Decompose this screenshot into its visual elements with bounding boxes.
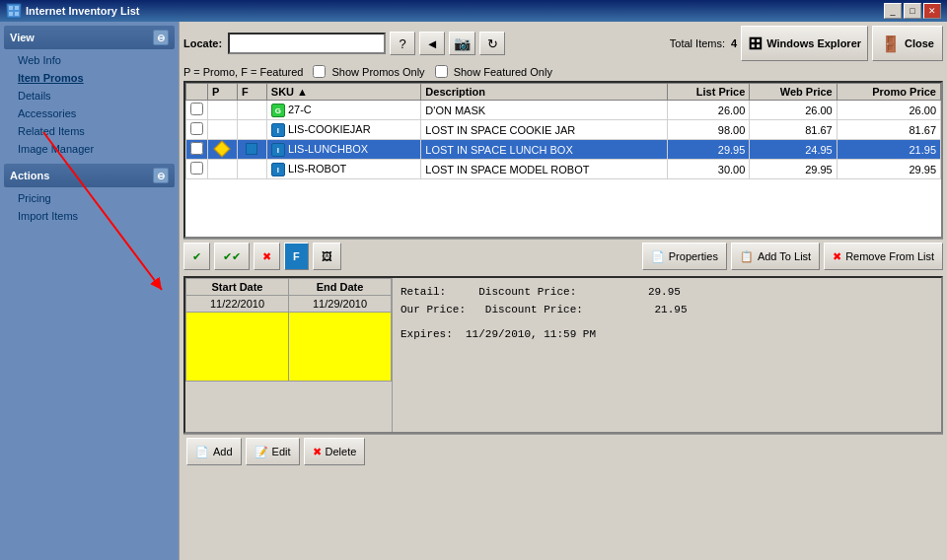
properties-button[interactable]: 📄 Properties [642, 243, 727, 270]
show-featured-label[interactable]: Show Featured Only [435, 65, 552, 78]
edit-button[interactable]: 📝 Edit [246, 438, 300, 465]
col-sku[interactable]: SKU ▲ [266, 84, 421, 101]
remove-from-list-button[interactable]: ✖ Remove From List [824, 243, 943, 270]
add-icon: 📄 [195, 446, 209, 458]
cell-description: D'ON MASK [421, 101, 668, 120]
yellow-cell-right [289, 313, 392, 382]
cell-sku: I LIS-COOKIEJAR [266, 120, 421, 140]
table-header-row: P F SKU ▲ Description List Price Web Pri… [186, 84, 941, 101]
row-checkbox[interactable] [190, 103, 203, 115]
start-date-header: Start Date [186, 279, 289, 296]
show-promos-checkbox[interactable] [313, 65, 326, 78]
refresh-button[interactable]: ↻ [479, 32, 505, 55]
delete-button[interactable]: ✖ Delete [304, 438, 366, 465]
inventory-table: P F SKU ▲ Description List Price Web Pri… [185, 83, 941, 179]
camera-button[interactable]: 📷 [449, 32, 475, 55]
yellow-row [186, 313, 392, 382]
col-f[interactable]: F [237, 84, 266, 101]
promo-note: P = Promo, F = Featured [183, 66, 303, 78]
cell-sku: I LIS-LUNCHBOX [266, 140, 421, 160]
col-description[interactable]: Description [421, 84, 668, 101]
table-row[interactable]: I LIS-LUNCHBOXLOST IN SPACE LUNCH BOX29.… [186, 140, 941, 160]
check-green-button[interactable]: ✔ [183, 243, 210, 270]
minimize-button[interactable]: _ [884, 3, 902, 19]
view-section-label: View [10, 32, 35, 43]
remove-from-list-label: Remove From List [845, 250, 934, 262]
cell-f [237, 140, 266, 160]
view-section-header[interactable]: View ⊖ [4, 26, 175, 49]
col-web-price[interactable]: Web Price [750, 84, 837, 101]
crud-toolbar: 📄 Add 📝 Edit ✖ Delete [183, 434, 943, 468]
annotation-arrow [4, 112, 182, 310]
help-button[interactable]: ? [390, 32, 415, 55]
col-checkbox [186, 84, 208, 101]
show-promos-label[interactable]: Show Promos Only [313, 65, 424, 78]
cell-promo-price: 29.95 [837, 160, 940, 179]
locate-label: Locate: [183, 37, 222, 49]
flag-button[interactable]: F [284, 243, 309, 270]
delete-icon: ✖ [313, 446, 322, 458]
cell-list-price: 98.00 [667, 120, 749, 140]
cell-f [237, 160, 266, 179]
cell-list-price: 30.00 [667, 160, 749, 179]
check-double-button[interactable]: ✔✔ [214, 243, 250, 270]
end-date-value: 11/29/2010 [289, 296, 392, 313]
col-list-price[interactable]: List Price [667, 84, 749, 101]
expires-label: Expires: [401, 328, 453, 340]
detail-panel: Start Date End Date 11/22/2010 11/29/201… [183, 276, 943, 434]
detail-info: Retail: Discount Price: 29.95 Our Price:… [393, 278, 941, 432]
delete-label: Delete [326, 446, 357, 457]
x-button[interactable]: ✖ [254, 243, 280, 270]
cell-description: LOST IN SPACE MODEL ROBOT [421, 160, 668, 179]
expires-value: 11/29/2010, 11:59 PM [466, 328, 596, 340]
windows-explorer-button[interactable]: ⊞ Windows Explorer [741, 26, 868, 61]
sidebar-item-web-info[interactable]: Web Info [4, 51, 175, 69]
cell-web-price: 24.95 [750, 140, 837, 160]
add-to-list-icon: 📋 [740, 250, 754, 263]
cell-list-price: 29.95 [667, 140, 749, 160]
cell-f [237, 120, 266, 140]
row-checkbox[interactable] [190, 142, 203, 155]
properties-label: Properties [669, 250, 718, 262]
retail-line: Retail: Discount Price: 29.95 [401, 284, 933, 302]
close-window-button[interactable]: ✕ [923, 3, 941, 19]
svg-line-6 [43, 132, 162, 290]
col-p[interactable]: P [208, 84, 238, 101]
table-row[interactable]: I LIS-ROBOTLOST IN SPACE MODEL ROBOT30.0… [186, 160, 941, 179]
cell-f [237, 101, 266, 120]
detail-text: Retail: Discount Price: 29.95 Our Price:… [401, 284, 933, 344]
cell-p [208, 101, 238, 120]
add-to-list-button[interactable]: 📋 Add To List [731, 243, 820, 270]
cell-list-price: 26.00 [667, 101, 749, 120]
back-button[interactable]: ◄ [419, 32, 445, 55]
show-featured-checkbox[interactable] [435, 65, 448, 78]
maximize-button[interactable]: □ [904, 3, 921, 19]
row-checkbox[interactable] [190, 162, 203, 175]
image-button[interactable]: 🖼 [313, 243, 341, 270]
our-price-value: 21.95 [654, 304, 687, 315]
close-button[interactable]: 🚪 Close [872, 26, 943, 61]
svg-rect-1 [9, 6, 13, 10]
col-promo-price[interactable]: Promo Price [837, 84, 940, 101]
retail-label: Retail: [401, 286, 446, 298]
remove-icon: ✖ [833, 250, 841, 263]
svg-rect-3 [9, 12, 13, 16]
table-row[interactable]: G 27-CD'ON MASK26.0026.0026.00 [186, 101, 941, 120]
title-bar-buttons: _ □ ✕ [884, 3, 941, 19]
cell-p [208, 160, 238, 179]
row-checkbox[interactable] [190, 122, 203, 135]
svg-rect-4 [15, 12, 19, 16]
date-row[interactable]: 11/22/2010 11/29/2010 [186, 296, 392, 313]
close-label: Close [905, 37, 934, 49]
locate-input[interactable] [228, 33, 386, 54]
table-row[interactable]: I LIS-COOKIEJARLOST IN SPACE COOKIE JAR9… [186, 120, 941, 140]
sidebar-item-details[interactable]: Details [4, 87, 175, 105]
view-expand-btn[interactable]: ⊖ [153, 30, 169, 45]
add-button[interactable]: 📄 Add [186, 438, 242, 465]
retail-value: 29.95 [648, 286, 681, 298]
edit-label: Edit [272, 446, 291, 457]
sidebar: View ⊖ Web Info Item Promos Details Acce… [0, 22, 180, 560]
sidebar-item-item-promos[interactable]: Item Promos [4, 69, 175, 87]
cell-description: LOST IN SPACE LUNCH BOX [421, 140, 668, 160]
app-icon [6, 3, 22, 19]
